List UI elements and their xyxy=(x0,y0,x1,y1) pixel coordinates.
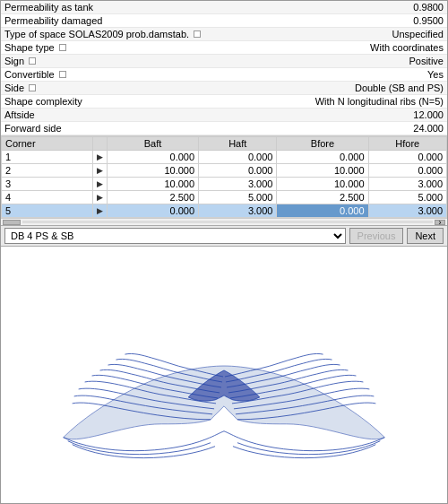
property-value-8: 12.000 xyxy=(413,109,444,120)
cell-bfore-1: 10.000 xyxy=(277,164,368,178)
property-label-6: Side xyxy=(4,83,36,93)
col-header-1 xyxy=(93,137,108,151)
property-row-4: SignPositive xyxy=(1,55,447,68)
property-label-9: Forward side xyxy=(4,123,62,134)
property-value-0: 0.9800 xyxy=(413,2,444,13)
next-button[interactable]: Next xyxy=(407,228,444,244)
property-indicator-4 xyxy=(29,57,36,65)
cell-bfore-3: 2.500 xyxy=(277,191,368,204)
cell-hfore-4: 3.000 xyxy=(368,204,446,218)
cell-hfore-2: 3.000 xyxy=(368,178,446,191)
property-indicator-6 xyxy=(29,84,36,91)
cell-haft-4: 3.000 xyxy=(199,204,277,218)
property-row-3: Shape typeWith coordinates xyxy=(1,41,447,55)
property-label-7: Shape complexity xyxy=(4,96,82,107)
cell-baft-4: 0.000 xyxy=(108,204,199,218)
cell-bfore-4: 0.000 xyxy=(277,204,368,218)
horizontal-scrollbar[interactable]: › xyxy=(1,218,447,225)
corners-table: CornerBaftHaftBforeHfore1▶0.0000.0000.00… xyxy=(1,136,447,218)
col-header-4: Bfore xyxy=(277,137,368,151)
cell-corner-4: 5 xyxy=(2,204,93,218)
property-value-1: 0.9500 xyxy=(413,15,444,26)
cell-arrow-0: ▶ xyxy=(93,151,108,164)
cell-arrow-4: ▶ xyxy=(93,204,108,218)
space-dropdown[interactable]: DB 4 PS & SB xyxy=(4,228,346,244)
cell-hfore-1: 0.000 xyxy=(368,164,446,178)
cell-baft-0: 0.000 xyxy=(108,151,199,164)
property-label-0: Permeability as tank xyxy=(4,2,93,13)
property-label-8: Aftside xyxy=(4,109,35,120)
property-label-4: Sign xyxy=(4,56,36,66)
cell-haft-0: 0.000 xyxy=(199,151,277,164)
property-row-0: Permeability as tank0.9800 xyxy=(1,1,447,14)
cell-haft-3: 5.000 xyxy=(199,191,277,204)
visualization-section: .shape-line { fill: none; stroke: #2244a… xyxy=(1,247,447,503)
property-indicator-5 xyxy=(59,71,66,78)
cell-arrow-1: ▶ xyxy=(93,164,108,178)
property-indicator-2 xyxy=(194,30,201,38)
cell-haft-2: 3.000 xyxy=(199,178,277,191)
dropdown-row: DB 4 PS & SB Previous Next xyxy=(1,225,447,247)
properties-section: Permeability as tank0.9800Permeability d… xyxy=(1,1,447,136)
property-value-3: With coordinates xyxy=(370,42,444,53)
cell-corner-0: 1 xyxy=(2,151,93,164)
cell-baft-2: 10.000 xyxy=(108,178,199,191)
property-value-6: Double (SB and PS) xyxy=(355,83,444,93)
col-header-0: Corner xyxy=(2,137,93,151)
main-container: Permeability as tank0.9800Permeability d… xyxy=(0,0,448,504)
cell-arrow-3: ▶ xyxy=(93,191,108,204)
table-row[interactable]: 1▶0.0000.0000.0000.000 xyxy=(2,151,447,164)
cell-arrow-2: ▶ xyxy=(93,178,108,191)
table-section: CornerBaftHaftBforeHfore1▶0.0000.0000.00… xyxy=(1,136,447,218)
property-value-7: With N longitudinal ribs (N=5) xyxy=(315,96,444,107)
cell-haft-1: 0.000 xyxy=(199,164,277,178)
property-label-3: Shape type xyxy=(4,42,66,53)
cell-bfore-2: 10.000 xyxy=(277,178,368,191)
cell-baft-1: 10.000 xyxy=(108,164,199,178)
property-row-7: Shape complexityWith N longitudinal ribs… xyxy=(1,95,447,109)
property-indicator-3 xyxy=(59,44,66,51)
table-row[interactable]: 2▶10.0000.00010.0000.000 xyxy=(2,164,447,178)
property-value-2: Unspecified xyxy=(392,29,444,39)
cell-corner-1: 2 xyxy=(2,164,93,178)
col-header-2: Baft xyxy=(108,137,199,151)
cell-bfore-0: 0.000 xyxy=(277,151,368,164)
property-row-1: Permeability damaged0.9500 xyxy=(1,14,447,28)
previous-button[interactable]: Previous xyxy=(349,228,404,244)
cell-hfore-0: 0.000 xyxy=(368,151,446,164)
col-header-3: Haft xyxy=(199,137,277,151)
property-row-5: ConvertibleYes xyxy=(1,68,447,82)
property-label-5: Convertible xyxy=(4,69,66,80)
property-value-5: Yes xyxy=(427,69,444,80)
property-label-1: Permeability damaged xyxy=(4,15,102,26)
cell-corner-2: 3 xyxy=(2,178,93,191)
property-value-9: 24.000 xyxy=(413,123,444,134)
property-row-8: Aftside12.000 xyxy=(1,109,447,122)
property-value-4: Positive xyxy=(409,56,444,66)
cell-baft-3: 2.500 xyxy=(108,191,199,204)
cell-hfore-3: 5.000 xyxy=(368,191,446,204)
table-row[interactable]: 5▶0.0003.0000.0003.000 xyxy=(2,204,447,218)
shape-visualization: .shape-line { fill: none; stroke: #2244a… xyxy=(1,247,447,503)
table-row[interactable]: 4▶2.5005.0002.5005.000 xyxy=(2,191,447,204)
table-row[interactable]: 3▶10.0003.00010.0003.000 xyxy=(2,178,447,191)
property-row-6: SideDouble (SB and PS) xyxy=(1,82,447,95)
property-label-2: Type of space SOLAS2009 prob.damstab. xyxy=(4,29,201,39)
cell-corner-3: 4 xyxy=(2,191,93,204)
property-row-2: Type of space SOLAS2009 prob.damstab.Uns… xyxy=(1,28,447,41)
col-header-5: Hfore xyxy=(368,137,446,151)
property-row-9: Forward side24.000 xyxy=(1,122,447,135)
